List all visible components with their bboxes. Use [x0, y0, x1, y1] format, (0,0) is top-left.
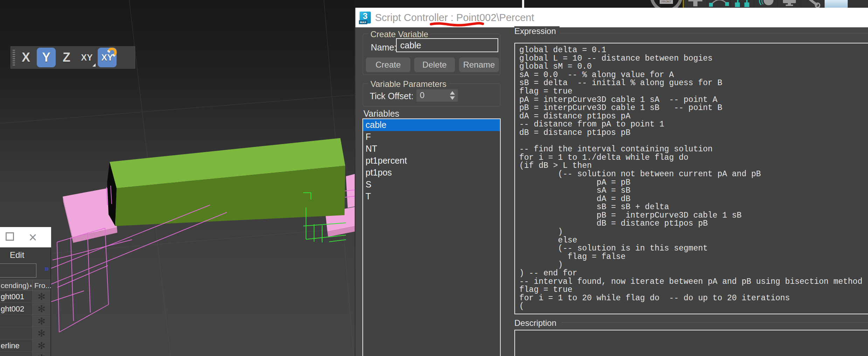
expression-code[interactable]: global delta = 0.1 global L = 10 -- dist… — [515, 43, 868, 311]
row-name[interactable]: ght002 — [0, 303, 32, 315]
explorer-titlebar[interactable]: × — [0, 227, 51, 247]
variables-label: Variables — [363, 109, 399, 119]
group-label: Variable Parameters — [368, 79, 449, 89]
spinner-arrows — [449, 90, 456, 101]
delete-button[interactable]: Delete — [414, 57, 455, 72]
render-frame-icon[interactable] — [801, 0, 825, 8]
magnet-snap-icon — [106, 44, 120, 58]
frozen-snowflake-icon[interactable]: ✻ — [32, 340, 50, 352]
curve-editor-icon[interactable] — [707, 0, 731, 8]
explorer-body: Edit » cending)▲ Fro... ght001✻ght002✻✻✻… — [0, 247, 51, 356]
spinner-down-icon[interactable] — [450, 96, 455, 100]
variable-list-item[interactable]: T — [363, 191, 500, 203]
variable-list-item[interactable]: NT — [363, 143, 500, 155]
frozen-snowflake-icon[interactable]: ✻ — [32, 291, 50, 303]
frozen-snowflake-icon[interactable]: ✻ — [32, 303, 50, 315]
rendered-frame-window-button[interactable] — [825, 0, 848, 8]
expression-group-line — [558, 33, 868, 33]
table-row[interactable]: erline✻ — [0, 340, 50, 352]
column-header-frozen[interactable]: Fro... — [34, 281, 51, 290]
column-headers: cending)▲ Fro... — [0, 280, 50, 291]
frozen-snowflake-icon[interactable]: ✻ — [32, 328, 50, 340]
toolbar-drag-handle[interactable] — [13, 50, 15, 66]
table-row[interactable]: ✻ — [0, 315, 50, 328]
description-group-line — [561, 322, 868, 323]
close-icon[interactable]: × — [29, 228, 37, 247]
axis-constraint-xy[interactable]: XY — [77, 48, 96, 67]
3dsmax-logo-icon: 3 MAX — [360, 12, 371, 23]
row-name[interactable] — [0, 352, 32, 356]
variable-list-item[interactable]: F — [363, 131, 500, 143]
row-name[interactable]: erline — [0, 340, 32, 352]
dialog-titlebar[interactable]: 3 MAX Script Controller : Point002\Perce… — [355, 8, 868, 27]
expression-editor[interactable]: global delta = 0.1 global L = 10 -- dist… — [514, 43, 868, 314]
column-header-name[interactable]: cending)▲ — [1, 281, 33, 290]
scene-explorer-panel: × Edit » cending)▲ Fro... ght001✻ght002✻… — [0, 227, 51, 356]
tick-offset-label: Tick Offset: — [363, 91, 414, 101]
frozen-snowflake-icon[interactable]: ✻ — [32, 352, 50, 356]
search-input[interactable] — [0, 263, 36, 278]
row-name[interactable] — [0, 315, 32, 327]
axis-constraints-toolbar: XYZXYXY — [11, 46, 135, 69]
variable-list-item[interactable]: pt1pos — [363, 167, 500, 179]
background-app-strip: FRONT — [355, 0, 868, 8]
create-variable-group: Create Variable Name: Create Delete Rena… — [363, 34, 500, 75]
menu-edit[interactable]: Edit — [10, 250, 24, 260]
column-divider — [32, 280, 33, 290]
mirror-icon[interactable] — [684, 0, 707, 8]
main-toolbar — [684, 0, 868, 8]
description-label: Description — [514, 318, 560, 328]
rename-button[interactable]: Rename — [459, 57, 499, 72]
explorer-row-list: ght001✻ght002✻✻✻erline✻✻ — [0, 291, 50, 356]
explorer-menubar: Edit — [0, 247, 50, 263]
table-row[interactable]: ght002✻ — [0, 303, 50, 315]
render-setup-icon[interactable] — [778, 0, 801, 8]
axis-constraint-x[interactable]: X — [16, 48, 35, 67]
tick-offset-spinner[interactable]: 0 — [416, 89, 458, 102]
row-name[interactable]: ght001 — [0, 291, 32, 303]
spinner-up-icon[interactable] — [450, 91, 455, 95]
axis-constraint-z[interactable]: Z — [57, 48, 76, 67]
description-editor[interactable] — [514, 330, 868, 356]
name-label: Name: — [371, 42, 397, 53]
background-window-edge — [522, 0, 524, 8]
flyout-triangle-icon — [92, 63, 96, 67]
table-row[interactable]: ✻ — [0, 352, 50, 356]
create-button[interactable]: Create — [366, 57, 410, 72]
variable-list-item[interactable]: S — [363, 179, 500, 191]
variable-name-input[interactable] — [396, 38, 498, 52]
maximize-icon[interactable] — [6, 232, 14, 241]
viewcube-front-label: FRONT — [661, 0, 671, 3]
table-row[interactable]: ✻ — [0, 328, 50, 340]
expression-label: Expression — [514, 26, 560, 36]
frozen-snowflake-icon[interactable]: ✻ — [32, 315, 50, 327]
schematic-view-icon[interactable] — [731, 0, 754, 8]
variable-list-item[interactable]: cable — [363, 119, 500, 131]
variable-parameters-group: Variable Parameters Tick Offset: 0 — [363, 83, 500, 107]
table-row[interactable]: ght001✻ — [0, 291, 50, 303]
variable-list-item[interactable]: pt1percent — [363, 155, 500, 167]
expand-chevrons-icon[interactable]: » — [44, 263, 49, 274]
viewcube[interactable]: FRONT — [648, 0, 683, 8]
script-controller-dialog: 3 MAX Script Controller : Point002\Perce… — [355, 8, 868, 356]
material-editor-icon[interactable] — [754, 0, 778, 8]
row-name[interactable] — [0, 328, 32, 340]
axis-constraint-xy-snap[interactable]: XY — [98, 48, 117, 67]
variables-list[interactable]: cableFNTpt1percentpt1posST — [362, 118, 501, 356]
tick-offset-value[interactable]: 0 — [420, 90, 424, 100]
group-label: Create Variable — [368, 29, 431, 39]
axis-constraint-y[interactable]: Y — [37, 48, 56, 67]
annotation-underline — [430, 21, 486, 28]
